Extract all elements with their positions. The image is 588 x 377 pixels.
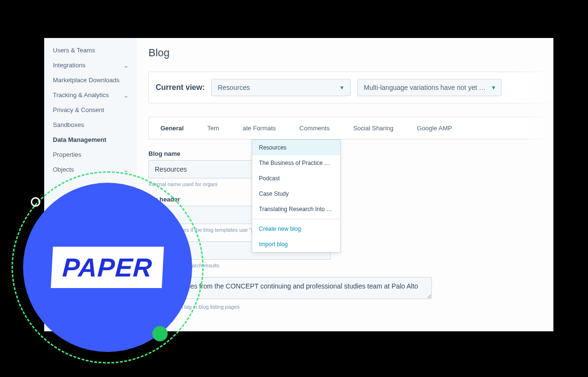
tab-templates-partial[interactable]: Tem <box>196 117 231 139</box>
tab-comments[interactable]: Comments <box>288 117 342 139</box>
language-selector-value: Multi-language variations have not yet b… <box>364 84 487 91</box>
dropdown-action-import-blog[interactable]: Import blog <box>252 237 340 252</box>
sidebar-item-users-teams[interactable]: Users & Teams <box>53 43 137 58</box>
blog-selector[interactable]: Resources ▼ <box>211 79 351 96</box>
small-ring-icon <box>31 197 40 207</box>
sidebar-item-label: Marketplace Downloads <box>53 76 120 84</box>
caret-down-icon: ▼ <box>339 85 344 90</box>
sidebar-item-label: Properties <box>53 151 81 158</box>
sidebar-item-label: Sandboxes <box>53 121 84 128</box>
meta-description-helper: eta description tag in blog listing page… <box>148 304 553 310</box>
sidebar-item-tracking-analytics[interactable]: Tracking & Analytics ⌄ <box>53 88 137 102</box>
sidebar-item-label: Users & Teams <box>53 47 95 54</box>
sidebar-item-label: Objects <box>53 166 74 173</box>
meta-description-input[interactable] <box>148 277 432 299</box>
sidebar-item-sandboxes[interactable]: Sandboxes <box>53 117 137 132</box>
blog-selector-value: Resources <box>218 84 250 91</box>
blog-name-label: Blog name <box>148 150 553 157</box>
blog-header-label: log header <box>148 196 553 203</box>
field-blog-header: log header top of blog pages if the blog… <box>148 196 553 233</box>
field-blog-name: Blog name Internal name used for organi <box>148 150 553 187</box>
chevron-down-icon: ⌄ <box>123 62 129 69</box>
sidebar-item-marketplace-downloads[interactable]: Marketplace Downloads <box>53 73 137 88</box>
sidebar-item-objects[interactable]: Objects ⌄ <box>53 162 137 177</box>
dropdown-option-translating-research[interactable]: Translating Research Into Pract… <box>252 201 340 217</box>
current-view-bar: Current view: Resources ▼ Multi-language… <box>148 72 553 103</box>
current-view-label: Current view: <box>156 83 205 92</box>
language-variation-selector[interactable]: Multi-language variations have not yet b… <box>357 79 502 96</box>
blog-name-helper: Internal name used for organi <box>148 181 553 187</box>
settings-sidebar: Users & Teams Integrations ⌄ Marketplace… <box>44 38 137 331</box>
blog-selector-dropdown: Resources The Business of Practice Blog … <box>252 139 341 252</box>
tab-social-sharing[interactable]: Social Sharing <box>342 117 405 139</box>
tab-general[interactable]: General <box>149 117 196 139</box>
sidebar-item-label: Tracking & Analytics <box>53 91 109 99</box>
field-page-title: r title bar and in search results <box>148 241 553 268</box>
sidebar-item-label: Privacy & Consent <box>53 106 104 113</box>
page-title-helper: r title bar and in search results <box>148 263 553 268</box>
sidebar-item-label: Integrations <box>53 62 86 69</box>
dropdown-option-podcast[interactable]: Podcast <box>252 171 340 186</box>
field-meta-description: eta description tag in blog listing page… <box>148 277 553 310</box>
tab-date-formats-partial[interactable]: ate Formats <box>231 117 288 139</box>
main-content: Blog Current view: Resources ▼ Multi-lan… <box>137 38 553 331</box>
dropdown-option-case-study[interactable]: Case Study <box>252 186 340 201</box>
caret-down-icon: ▼ <box>491 85 495 90</box>
sidebar-item-label: Data Management <box>53 136 106 143</box>
page-title: Blog <box>148 47 553 59</box>
sidebar-item-properties[interactable]: Properties <box>53 147 137 162</box>
blog-header-helper: top of blog pages if the blog templates … <box>148 227 553 233</box>
chevron-down-icon: ⌄ <box>123 91 129 99</box>
dropdown-option-business-of-practice[interactable]: The Business of Practice Blog <box>252 155 340 171</box>
dropdown-option-resources[interactable]: Resources <box>252 140 340 155</box>
dropdown-action-create-blog[interactable]: Create new blog <box>252 221 340 237</box>
sidebar-item-privacy-consent[interactable]: Privacy & Consent <box>53 102 137 117</box>
tab-google-amp[interactable]: Google AMP <box>405 117 464 139</box>
settings-tabs: General Tem ate Formats Comments Social … <box>148 117 553 139</box>
sidebar-item-integrations[interactable]: Integrations ⌄ <box>53 58 137 73</box>
sidebar-heading-data-management: Data Management <box>53 132 137 147</box>
app-window: Users & Teams Integrations ⌄ Marketplace… <box>44 38 553 331</box>
chevron-down-icon: ⌄ <box>123 166 129 173</box>
